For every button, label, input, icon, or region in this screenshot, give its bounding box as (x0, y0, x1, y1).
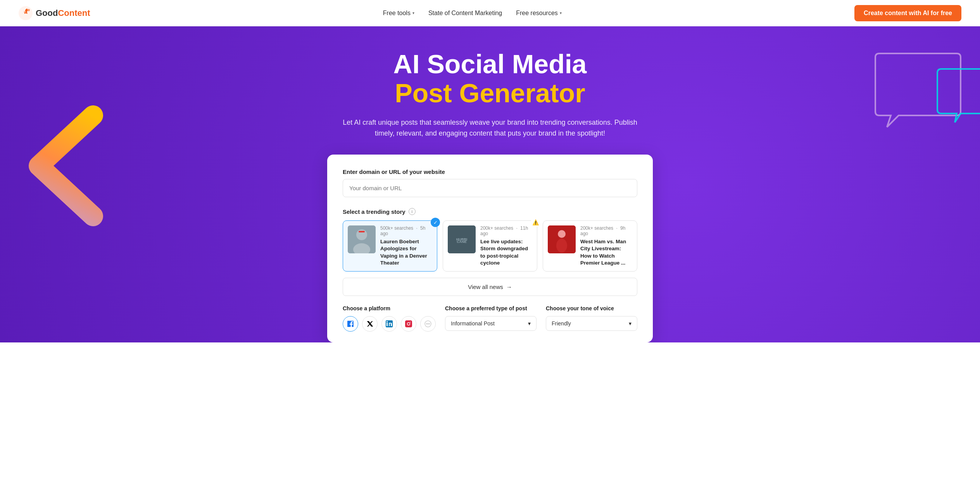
chevron-down-icon: ▾ (528, 320, 531, 327)
view-all-news-button[interactable]: View all news → (343, 278, 637, 296)
platform-twitter[interactable] (362, 316, 378, 332)
news-card-1[interactable]: ✓ 500k+ searches · 5h ago (343, 220, 437, 272)
url-label: Enter domain or URL of your website (343, 169, 637, 175)
tone-dropdown[interactable]: Friendly ▾ (546, 316, 637, 331)
platform-section: Choose a platform (343, 305, 436, 332)
post-type-section: Choose a preferred type of post Informat… (445, 305, 537, 332)
post-type-label: Choose a preferred type of post (445, 305, 537, 311)
news-cards-grid: ✓ 500k+ searches · 5h ago (343, 220, 637, 272)
info-icon[interactable]: i (409, 208, 416, 215)
news-title-3: West Ham vs. Man City Livestream: How to… (580, 238, 632, 267)
platform-instagram[interactable] (401, 316, 416, 332)
svg-rect-15 (405, 320, 412, 327)
news-meta-2: 200k+ searches · 11h ago (480, 225, 532, 236)
svg-text:CANE: CANE (457, 240, 467, 244)
svg-point-1 (28, 9, 30, 11)
platform-linkedin[interactable] (381, 316, 397, 332)
form-card: Enter domain or URL of your website Sele… (327, 155, 653, 342)
news-title-2: Lee live updates: Storm downgraded to po… (480, 238, 532, 267)
news-image-2: HURRI CANE (448, 225, 476, 253)
svg-point-14 (386, 321, 388, 322)
selected-checkmark: ✓ (431, 218, 440, 227)
chevron-down-icon: ▾ (629, 320, 631, 327)
warning-icon: ⚠️ (531, 218, 540, 227)
hero-title: AI Social Media Post Generator (393, 50, 587, 108)
bottom-options-row: Choose a platform (343, 305, 637, 332)
chevron-down-icon: ▾ (560, 11, 562, 15)
post-type-dropdown[interactable]: Informational Post ▾ (445, 316, 537, 331)
tone-label: Choose your tone of voice (546, 305, 637, 311)
decorative-arrow-left (16, 104, 109, 229)
platform-facebook[interactable] (343, 316, 358, 332)
platform-more[interactable] (420, 316, 436, 332)
news-title-1: Lauren Boebert Apologizes for Vaping in … (380, 238, 432, 267)
logo[interactable]: GoodContent (19, 6, 90, 20)
chevron-down-icon: ▾ (412, 11, 414, 15)
nav-free-tools[interactable]: Free tools ▾ (383, 10, 414, 17)
news-card-2-content: 200k+ searches · 11h ago Lee live update… (480, 225, 532, 267)
svg-rect-13 (386, 323, 388, 326)
news-card-3-content: 200k+ searches · 9h ago West Ham vs. Man… (580, 225, 632, 267)
platform-icons (343, 316, 436, 332)
news-card-1-content: 500k+ searches · 5h ago Lauren Boebert A… (380, 225, 432, 267)
trending-story-label: Select a trending story i (343, 208, 637, 215)
url-input[interactable] (343, 179, 637, 197)
svg-point-10 (558, 230, 566, 238)
hero-description: Let AI craft unique posts that seamlessl… (339, 117, 641, 139)
news-card-2[interactable]: ⚠️ HURRI CANE 200k+ searches · 11h ago L… (443, 220, 537, 272)
news-meta-3: 200k+ searches · 9h ago (580, 225, 632, 236)
main-nav: Free tools ▾ State of Content Marketing … (383, 10, 562, 17)
nav-state-of-content[interactable]: State of Content Marketing (428, 10, 502, 17)
svg-point-21 (429, 323, 430, 324)
news-meta-1: 500k+ searches · 5h ago (380, 225, 432, 236)
header: GoodContent Free tools ▾ State of Conten… (0, 0, 980, 26)
logo-text: GoodContent (36, 8, 90, 18)
nav-free-resources[interactable]: Free resources ▾ (516, 10, 562, 17)
logo-icon (19, 6, 33, 20)
news-image-1 (348, 225, 376, 253)
svg-point-11 (556, 239, 567, 253)
platform-label: Choose a platform (343, 305, 436, 311)
arrow-right-icon: → (506, 284, 512, 290)
svg-point-19 (426, 323, 427, 324)
svg-point-20 (428, 323, 428, 324)
svg-rect-5 (359, 231, 365, 232)
hero-section: AI Social Media Post Generator Let AI cr… (0, 26, 980, 342)
tone-section: Choose your tone of voice Friendly ▾ (546, 305, 637, 332)
news-card-3[interactable]: 200k+ searches · 9h ago West Ham vs. Man… (543, 220, 637, 272)
decorative-bubbles-right (868, 50, 980, 160)
svg-point-17 (410, 322, 411, 323)
news-image-3 (548, 225, 576, 253)
create-content-button[interactable]: Create content with AI for free (854, 5, 961, 21)
